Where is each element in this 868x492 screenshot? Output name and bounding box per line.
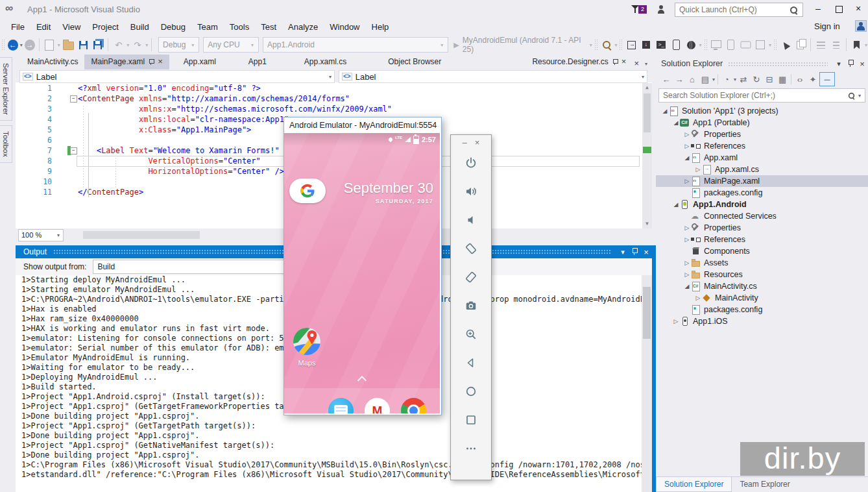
volume-down-icon[interactable] bbox=[464, 214, 477, 227]
more-icon[interactable] bbox=[464, 442, 477, 455]
refresh-icon[interactable]: ↻ bbox=[750, 73, 763, 86]
rotate-right-icon[interactable] bbox=[464, 271, 477, 284]
menu-item-build[interactable]: Build bbox=[125, 19, 155, 34]
emulator-toolbar-minimize-button[interactable]: – bbox=[463, 138, 467, 147]
properties-icon[interactable]: ✦ bbox=[806, 73, 819, 86]
side-tab-server-explorer[interactable]: Server Explorer bbox=[0, 57, 12, 121]
chevron-down-icon[interactable]: ▾ bbox=[20, 42, 23, 48]
expander-closed-icon[interactable]: ▷ bbox=[683, 236, 691, 243]
terminal-icon[interactable]: >_ bbox=[655, 38, 668, 51]
chevron-down-icon[interactable]: ▾ bbox=[712, 77, 715, 82]
doc-tab-app-xaml[interactable]: App.xaml bbox=[177, 55, 223, 69]
member-dropdown[interactable]: <> Label ▾ bbox=[339, 70, 647, 83]
android-emulator-window[interactable]: Android Emulator - MyAndroidEmul:5554 LT… bbox=[283, 117, 442, 415]
tree-item-app1-android[interactable]: ◢App1.Android bbox=[656, 199, 868, 210]
menu-item-analyze[interactable]: Analyze bbox=[282, 19, 324, 34]
bottom-tab-solution-explorer[interactable]: Solution Explorer bbox=[656, 477, 732, 492]
new-file-button[interactable] bbox=[43, 38, 56, 51]
messenger-icon[interactable] bbox=[328, 398, 354, 413]
expander-open-icon[interactable]: ◢ bbox=[672, 201, 680, 208]
quick-launch-input[interactable] bbox=[675, 5, 790, 14]
sync-with-active-document-icon[interactable]: ⇄ bbox=[737, 73, 750, 86]
expander-open-icon[interactable]: ◢ bbox=[683, 154, 691, 161]
run-button[interactable]: ▶ MyAndroidEmul (Android 7.1 - API 25) ▾ bbox=[453, 36, 592, 54]
tree-item-app1-ios[interactable]: ▷App1.iOS bbox=[656, 315, 868, 327]
overview-icon[interactable] bbox=[464, 413, 477, 426]
tree-item-mainpage-xaml[interactable]: ▷MainPage.xaml bbox=[656, 175, 868, 187]
doc-tab-mainpage-xaml[interactable]: MainPage.xaml× bbox=[84, 55, 169, 69]
navigate-forward-button[interactable]: → bbox=[25, 40, 35, 51]
fold-toggle-icon[interactable]: − bbox=[70, 147, 77, 154]
preview-selected-items-icon[interactable]: ─ bbox=[819, 72, 835, 86]
tree-item-mainactivity[interactable]: ▷MainActivity bbox=[656, 292, 868, 304]
user-avatar-icon[interactable] bbox=[855, 20, 867, 32]
configuration-dropdown[interactable]: Debug▾ bbox=[158, 37, 199, 53]
doc-tab-resource-designer-cs[interactable]: Resource.Designer.cs× bbox=[525, 55, 633, 69]
phone-sync-icon[interactable] bbox=[725, 38, 737, 51]
solution-search-input[interactable] bbox=[659, 91, 848, 100]
save-all-button[interactable] bbox=[91, 38, 104, 51]
tree-item-assets[interactable]: ▷Assets bbox=[656, 257, 868, 269]
close-icon[interactable]: × bbox=[640, 247, 652, 257]
menu-item-window[interactable]: Window bbox=[324, 19, 365, 34]
zoom-dropdown[interactable]: 100 %▾ bbox=[18, 229, 64, 241]
expander-open-icon[interactable]: ◢ bbox=[661, 108, 669, 114]
doc-tab-app1[interactable]: App1 bbox=[242, 55, 273, 69]
solution-explorer-header[interactable]: Solution Explorer ▾ × bbox=[656, 57, 868, 70]
cursor-icon[interactable] bbox=[780, 38, 792, 51]
platform-dropdown[interactable]: Any CPU▾ bbox=[203, 37, 259, 53]
pin-icon[interactable] bbox=[149, 58, 154, 65]
emulator-title[interactable]: Android Emulator - MyAndroidEmul:5554 bbox=[284, 117, 441, 133]
menu-item-view[interactable]: View bbox=[56, 19, 86, 34]
save-button[interactable] bbox=[77, 38, 90, 51]
expander-closed-icon[interactable]: ▷ bbox=[683, 131, 691, 138]
globe-icon[interactable] bbox=[685, 38, 697, 51]
pin-icon[interactable] bbox=[612, 58, 618, 65]
expander-closed-icon[interactable]: ▷ bbox=[683, 178, 691, 184]
package-icon[interactable] bbox=[640, 38, 653, 51]
close-icon[interactable]: × bbox=[856, 59, 868, 69]
navigate-back-button[interactable]: ← bbox=[8, 40, 18, 51]
editor-scrollbar[interactable]: ▲ ▼ bbox=[642, 83, 652, 228]
menu-item-edit[interactable]: Edit bbox=[30, 19, 56, 34]
tab-list-chevron-icon[interactable]: ▾ bbox=[645, 61, 647, 67]
pin-icon[interactable] bbox=[845, 60, 856, 68]
feedback-icon[interactable] bbox=[658, 5, 668, 14]
list-icon[interactable] bbox=[815, 38, 827, 51]
tree-item-app-xaml[interactable]: ◢App.xaml bbox=[656, 152, 868, 164]
menu-item-test[interactable]: Test bbox=[255, 19, 282, 34]
forward-icon[interactable]: → bbox=[673, 73, 686, 86]
view-code-icon[interactable]: ‹› bbox=[793, 73, 806, 86]
chrome-icon[interactable] bbox=[401, 398, 426, 413]
phone-icon[interactable] bbox=[670, 38, 682, 51]
window-position-icon[interactable]: ▾ bbox=[617, 248, 629, 256]
expander-open-icon[interactable]: ◢ bbox=[683, 283, 691, 289]
close-icon[interactable]: × bbox=[621, 58, 627, 65]
home-icon[interactable] bbox=[464, 385, 477, 398]
tree-item-app-xaml-cs[interactable]: ▷App.xaml.cs bbox=[656, 164, 868, 175]
horizontal-scrollbar[interactable] bbox=[83, 231, 200, 239]
side-tab-toolbox[interactable]: Toolbox bbox=[0, 125, 12, 163]
menu-item-tools[interactable]: Tools bbox=[224, 19, 255, 34]
list2-icon[interactable] bbox=[830, 38, 842, 51]
monitor-icon[interactable] bbox=[710, 38, 722, 51]
maximize-button[interactable] bbox=[830, 3, 847, 16]
code-line[interactable]: 3 xmlns:x="http://schemas.microsoft.com/… bbox=[16, 104, 652, 114]
deploy-box-icon[interactable] bbox=[625, 38, 638, 51]
expander-closed-icon[interactable]: ▷ bbox=[683, 225, 691, 231]
bookmark-icon[interactable] bbox=[850, 38, 863, 51]
expander-closed-icon[interactable]: ▷ bbox=[672, 318, 680, 325]
code-line[interactable]: 2−<ContentPage xmlns="http://xamarin.com… bbox=[16, 93, 652, 104]
element-dropdown[interactable]: <> Label ▾ bbox=[19, 70, 335, 83]
copy-icon[interactable] bbox=[795, 38, 807, 51]
close-button[interactable]: × bbox=[850, 3, 867, 16]
collapse-all-icon[interactable]: ⊟ bbox=[763, 73, 776, 86]
gmail-icon[interactable]: M bbox=[365, 398, 390, 413]
notification-badge[interactable]: 2 bbox=[638, 5, 647, 14]
tree-item-mainactivity-cs[interactable]: ◢MainActivity.cs bbox=[656, 280, 868, 292]
quick-launch-box[interactable] bbox=[675, 3, 803, 17]
emulator-screen[interactable]: LTE 2:57 September 30 SATURDAY, 2017 bbox=[284, 133, 440, 413]
output-scrollbar[interactable] bbox=[642, 275, 652, 492]
menu-item-debug[interactable]: Debug bbox=[155, 19, 191, 34]
chevron-down-icon[interactable]: ▾ bbox=[858, 93, 861, 99]
